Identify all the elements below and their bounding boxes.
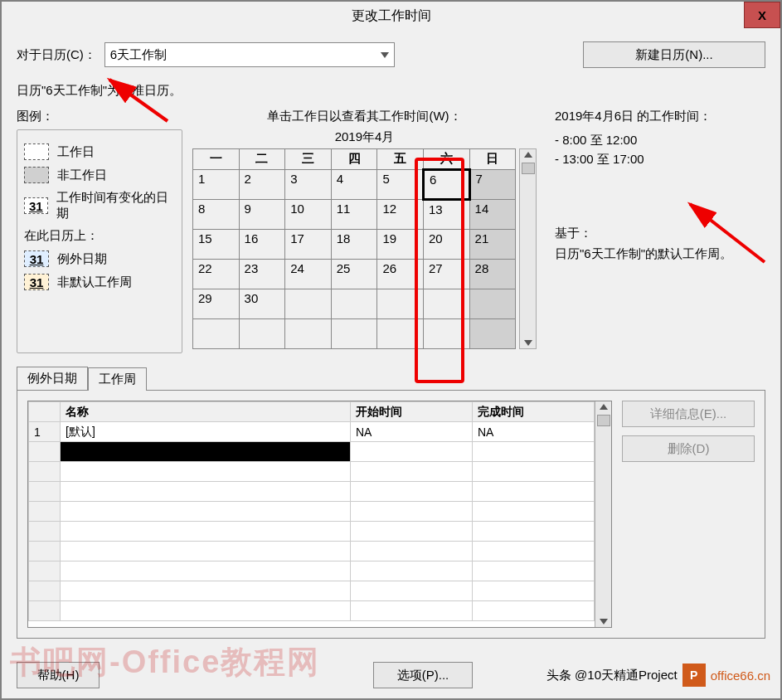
calendar-cell[interactable]: [331, 289, 377, 319]
calendar-cell[interactable]: [423, 289, 469, 319]
calendar-cell[interactable]: 7: [469, 170, 516, 200]
grid-row-empty[interactable]: [29, 581, 595, 601]
scroll-up-icon[interactable]: [524, 152, 532, 158]
close-button[interactable]: X: [744, 2, 780, 28]
grid-row-empty[interactable]: [29, 542, 595, 561]
calendar-day-header: 二: [239, 149, 285, 170]
grid-header: 名称: [61, 402, 351, 422]
calendar-cell[interactable]: 4: [331, 170, 377, 200]
legend-working-label: 工作日: [57, 144, 95, 160]
info-column: 2019年4月6日 的工作时间： - 8:00 至 12:00 - 13:00 …: [546, 109, 765, 353]
calendar-cell[interactable]: 30: [239, 289, 285, 319]
calendar-cell[interactable]: 10: [285, 200, 332, 230]
calendar-cell[interactable]: [469, 289, 516, 319]
calendar-cell[interactable]: 13: [423, 200, 469, 230]
calendar-cell[interactable]: 25: [331, 260, 377, 289]
details-button[interactable]: 详细信息(E)...: [622, 401, 755, 427]
calendar-cell[interactable]: 27: [423, 260, 469, 289]
grid-row-empty[interactable]: [29, 482, 595, 502]
calendar-day-header: 三: [285, 149, 332, 170]
legend-nonworking-label: 非工作日: [57, 168, 107, 183]
side-buttons: 详细信息(E)... 删除(D): [622, 401, 755, 628]
calendar-day-header: 六: [423, 149, 469, 170]
calendar-cell[interactable]: [285, 289, 332, 319]
calendar-cell[interactable]: 5: [377, 170, 424, 200]
grid-scroll-down-icon[interactable]: [600, 619, 608, 625]
calendar-cell[interactable]: 29: [193, 289, 240, 319]
calendar-cell[interactable]: 6: [423, 170, 469, 200]
delete-button[interactable]: 删除(D): [622, 435, 755, 462]
calendar-cell[interactable]: 2: [239, 170, 285, 200]
calendar-cell[interactable]: [285, 319, 332, 349]
grid-scroll-thumb[interactable]: [597, 415, 610, 426]
calendar-cell[interactable]: 24: [285, 260, 332, 289]
calendar-cell[interactable]: [469, 319, 516, 349]
calendar-cell[interactable]: 22: [193, 260, 240, 289]
calendar-cell[interactable]: [239, 319, 285, 349]
calendar-dropdown-value: 6天工作制: [110, 47, 167, 63]
calendar-day-header: 五: [377, 149, 424, 170]
calendar-cell[interactable]: [193, 319, 240, 349]
tab-workweeks[interactable]: 工作周: [88, 367, 147, 391]
calendar-cell[interactable]: 11: [331, 200, 377, 230]
help-button[interactable]: 帮助(H): [17, 662, 100, 688]
for-calendar-label: 对于日历(C)：: [17, 47, 96, 63]
calendar-cell[interactable]: 17: [285, 230, 332, 260]
calendar-cell[interactable]: 20: [423, 230, 469, 260]
calendar-cell[interactable]: 3: [285, 170, 332, 200]
calendar-cell[interactable]: [377, 289, 424, 319]
calendar-cell[interactable]: [423, 319, 469, 349]
grid-header: [29, 402, 61, 422]
grid-scrollbar[interactable]: [595, 401, 611, 627]
calendar-cell[interactable]: 8: [193, 200, 240, 230]
options-button[interactable]: 选项(P)...: [373, 662, 473, 688]
nondefault-swatch-icon: 31: [24, 274, 49, 290]
calendar-day-header: 四: [331, 149, 377, 170]
dialog-content: 对于日历(C)： 6天工作制 新建日历(N)... 日历"6天工作制"为基准日历…: [2, 30, 780, 698]
calendar-cell[interactable]: 28: [469, 260, 516, 289]
calendar-cell[interactable]: 21: [469, 230, 516, 260]
calendar-cell[interactable]: 14: [469, 200, 516, 230]
calendar-month-label: 2019年4月: [192, 129, 537, 145]
grid-row-empty[interactable]: [29, 522, 595, 542]
scroll-thumb[interactable]: [522, 163, 535, 174]
calendar-dropdown[interactable]: 6天工作制: [104, 42, 395, 67]
calendar-column: 单击工作日以查看其工作时间(W)： 2019年4月 一二三四五六日1234567…: [192, 109, 537, 353]
calendar-cell[interactable]: [331, 319, 377, 349]
calendar-day-header: 日: [469, 149, 516, 170]
legend-column: 图例： 工作日 非工作日 31工作时间有变化的日期 在此日历上： 31例外日期 …: [17, 109, 182, 353]
calendar-grid[interactable]: 一二三四五六日123456789101112131415161718192021…: [192, 148, 516, 349]
calendar-cell[interactable]: [377, 319, 424, 349]
grid-header: 开始时间: [351, 402, 473, 422]
grid-header: 完成时间: [473, 402, 595, 422]
calendar-cell[interactable]: 26: [377, 260, 424, 289]
exception-swatch-icon: 31: [24, 250, 49, 267]
legend-changed-label: 工作时间有变化的日期: [56, 190, 175, 221]
grid-row-empty[interactable]: [29, 561, 595, 581]
calendar-cell[interactable]: 12: [377, 200, 424, 230]
calendar-cell[interactable]: 18: [331, 230, 377, 260]
new-calendar-button[interactable]: 新建日历(N)...: [583, 41, 765, 68]
grid-row-selected[interactable]: [29, 442, 595, 462]
grid-scroll-up-icon[interactable]: [600, 404, 608, 410]
calendar-cell[interactable]: 19: [377, 230, 424, 260]
dialog-window: 更改工作时间 X 对于日历(C)： 6天工作制 新建日历(N)... 日历"6天…: [0, 0, 782, 700]
grid-row-empty[interactable]: [29, 601, 595, 621]
grid-row-empty[interactable]: [29, 462, 595, 482]
calendar-cell[interactable]: 16: [239, 230, 285, 260]
calendar-cell[interactable]: 1: [193, 170, 240, 200]
scroll-down-icon[interactable]: [524, 340, 532, 346]
grid-row[interactable]: 1[默认]NANA: [29, 422, 595, 442]
nonworking-swatch-icon: [24, 167, 49, 183]
grid-row-empty[interactable]: [29, 502, 595, 522]
calendar-cell[interactable]: 15: [193, 230, 240, 260]
workweeks-grid[interactable]: 名称开始时间完成时间1[默认]NANA: [28, 401, 595, 621]
calendar-cell[interactable]: 9: [239, 200, 285, 230]
legend-box: 工作日 非工作日 31工作时间有变化的日期 在此日历上： 31例外日期 31非默…: [17, 129, 182, 353]
calendar-cell[interactable]: 23: [239, 260, 285, 289]
workweeks-grid-wrap: 名称开始时间完成时间1[默认]NANA: [27, 401, 612, 628]
calendar-scrollbar[interactable]: [519, 148, 537, 349]
tab-exceptions[interactable]: 例外日期: [17, 367, 88, 390]
legend-exception-label: 例外日期: [57, 251, 107, 267]
legend-title: 图例：: [17, 109, 182, 124]
